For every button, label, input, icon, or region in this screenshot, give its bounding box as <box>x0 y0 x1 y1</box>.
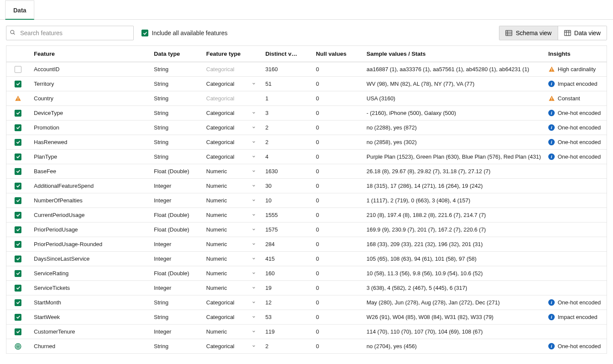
row-checkbox[interactable] <box>15 168 21 175</box>
table-row[interactable]: CurrentPeriodUsageFloat (Double)Numeric1… <box>6 208 607 223</box>
feature-type-select[interactable]: Numeric <box>202 281 261 295</box>
feature-type-select[interactable]: Categorical <box>202 150 261 163</box>
sample-values: - (2160), iPhone (500), Galaxy (500) <box>362 106 544 120</box>
row-checkbox[interactable] <box>15 314 21 321</box>
table-row[interactable]: CountryStringCategorical10USA (3160)Cons… <box>6 91 607 106</box>
tab-data[interactable]: Data <box>5 0 34 20</box>
row-checkbox[interactable] <box>15 328 21 335</box>
table-row[interactable]: StartWeekStringCategorical530W26 (91), W… <box>6 310 607 325</box>
distinct-values: 53 <box>261 310 312 324</box>
table-row[interactable]: BaseFeeFloat (Double)Numeric1630026.18 (… <box>6 164 607 179</box>
row-check-cell <box>6 226 30 233</box>
row-checkbox[interactable] <box>15 270 21 277</box>
table-row[interactable]: AccountIDStringCategorical31600aa16887 (… <box>6 62 607 77</box>
feature-type-select[interactable]: Categorical <box>202 121 261 134</box>
feature-type-value: Categorical <box>206 110 234 116</box>
feature-type-select[interactable]: Numeric <box>202 208 261 222</box>
table-row[interactable]: StartMonthStringCategorical120May (280),… <box>6 295 607 310</box>
insight-cell: iImpact encoded <box>544 310 608 324</box>
insight-cell <box>544 270 608 277</box>
row-checkbox[interactable] <box>15 197 21 204</box>
distinct-values: 160 <box>261 267 312 280</box>
col-data-type[interactable]: Data type <box>150 47 202 60</box>
search-input[interactable] <box>6 26 134 40</box>
row-checkbox[interactable] <box>15 212 21 219</box>
feature-type-value: Categorical <box>206 153 234 160</box>
table-row[interactable]: ChurnedStringCategorical20no (2704), yes… <box>6 339 607 354</box>
feature-type-select[interactable]: Numeric <box>202 238 261 251</box>
feature-type-select[interactable]: Numeric <box>202 267 261 280</box>
feature-name: CurrentPeriodUsage <box>30 208 150 222</box>
insight-cell: iOne-hot encoded <box>544 340 608 353</box>
data-view-label: Data view <box>574 30 601 36</box>
null-values: 0 <box>312 310 362 324</box>
info-icon: i <box>548 314 555 320</box>
feature-type-select[interactable]: Categorical <box>202 340 261 353</box>
feature-type-select[interactable]: Numeric <box>202 165 261 178</box>
sample-values: USA (3160) <box>362 92 544 105</box>
feature-type-select[interactable]: Categorical <box>202 106 261 120</box>
row-checkbox[interactable] <box>15 153 21 160</box>
feature-type-select: Categorical <box>202 63 261 76</box>
feature-type-select[interactable]: Numeric <box>202 223 261 236</box>
row-checkbox[interactable] <box>15 226 21 233</box>
row-checkbox[interactable] <box>15 110 21 117</box>
row-check-cell <box>6 124 30 131</box>
feature-type-select[interactable]: Numeric <box>202 179 261 193</box>
table-row[interactable]: DaysSinceLastServiceIntegerNumeric415010… <box>6 252 607 266</box>
row-checkbox[interactable] <box>15 124 21 131</box>
row-checkbox[interactable] <box>15 66 21 73</box>
feature-type-select[interactable]: Numeric <box>202 252 261 265</box>
table-row[interactable]: ServiceTicketsIntegerNumeric1903 (638), … <box>6 281 607 295</box>
chevron-down-icon <box>252 184 256 189</box>
table-row[interactable]: PlanTypeStringCategorical40Purple Plan (… <box>6 150 607 164</box>
table-row[interactable]: PromotionStringCategorical20no (2288), y… <box>6 120 607 135</box>
col-feature[interactable]: Feature <box>30 47 150 60</box>
col-insights[interactable]: Insights <box>544 47 608 60</box>
col-nulls[interactable]: Null values <box>312 47 362 60</box>
schema-view-button[interactable]: Schema view <box>499 26 557 40</box>
sample-values: 18 (315), 17 (286), 14 (271), 16 (264), … <box>362 179 544 193</box>
features-table: Feature Data type Feature type Distinct … <box>6 45 607 354</box>
data-type: Float (Double) <box>150 165 202 178</box>
feature-type-select[interactable]: Numeric <box>202 194 261 207</box>
data-view-button[interactable]: Data view <box>558 26 607 40</box>
null-values: 0 <box>312 106 362 120</box>
insight-cell: iOne-hot encoded <box>544 135 608 149</box>
svg-rect-6 <box>564 30 571 36</box>
col-feature-type[interactable]: Feature type <box>202 47 261 60</box>
data-type: Float (Double) <box>150 223 202 236</box>
row-checkbox[interactable] <box>15 299 21 306</box>
row-checkbox[interactable] <box>15 183 21 190</box>
table-row[interactable]: ServiceRatingFloat (Double)Numeric160010… <box>6 266 607 281</box>
insight-cell <box>544 226 608 233</box>
feature-type-value: Categorical <box>206 124 234 131</box>
table-row[interactable]: PriorPeriodUsage-RoundedIntegerNumeric28… <box>6 237 607 252</box>
table-row[interactable]: AdditionalFeatureSpendIntegerNumeric3001… <box>6 179 607 193</box>
row-checkbox[interactable] <box>15 139 21 146</box>
row-checkbox[interactable] <box>15 81 21 87</box>
info-icon: i <box>548 124 555 131</box>
feature-type-select[interactable]: Numeric <box>202 325 261 338</box>
insight-cell: iOne-hot encoded <box>544 150 608 163</box>
col-distinct[interactable]: Distinct v… <box>261 47 312 60</box>
table-row[interactable]: NumberOfPenaltiesIntegerNumeric1001 (111… <box>6 193 607 208</box>
include-all-checkbox[interactable] <box>141 30 148 36</box>
row-checkbox[interactable] <box>15 285 21 292</box>
feature-type-select[interactable]: Categorical <box>202 310 261 324</box>
feature-type-select[interactable]: Categorical <box>202 135 261 149</box>
insight-cell <box>544 212 608 219</box>
row-checkbox[interactable] <box>15 241 21 248</box>
col-sample[interactable]: Sample values / Stats <box>362 47 544 60</box>
table-row[interactable]: PriorPeriodUsageFloat (Double)Numeric157… <box>6 223 607 237</box>
feature-type-select[interactable]: Categorical <box>202 77 261 90</box>
tabs-bar: Data <box>0 0 613 20</box>
include-all-toggle[interactable]: Include all available features <box>141 30 228 36</box>
feature-type-select[interactable]: Categorical <box>202 296 261 309</box>
table-row[interactable]: TerritoryStringCategorical510WV (98), MN… <box>6 77 607 91</box>
row-checkbox[interactable] <box>15 256 21 262</box>
table-row[interactable]: CustomerTenureIntegerNumeric1190114 (70)… <box>6 325 607 339</box>
table-row[interactable]: HasRenewedStringCategorical20no (2858), … <box>6 135 607 150</box>
info-icon: i <box>548 343 555 349</box>
table-row[interactable]: DeviceTypeStringCategorical30- (2160), i… <box>6 106 607 120</box>
